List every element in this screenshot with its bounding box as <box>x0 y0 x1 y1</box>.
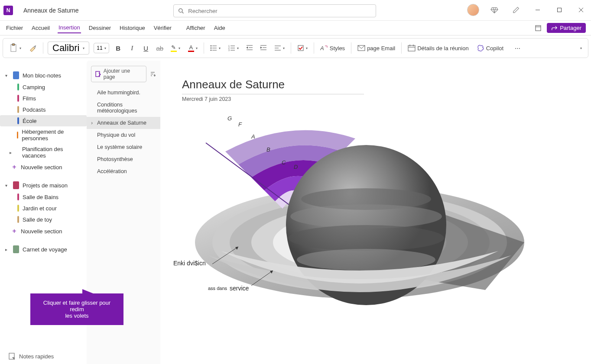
bullet-list-button[interactable]: ▾ <box>208 44 222 52</box>
notebook-item[interactable]: ▸Carnet de voyage <box>0 243 87 255</box>
styles-label: Styles <box>330 45 345 52</box>
page-list-item[interactable]: Le système solaire <box>87 141 160 153</box>
strikethrough-button[interactable]: ab <box>155 45 165 52</box>
font-family-select[interactable]: Calibri ▾ <box>48 42 89 55</box>
add-page-button[interactable]: Ajouter une page <box>91 66 146 82</box>
section-item[interactable]: École <box>0 115 87 126</box>
premium-icon[interactable] <box>488 3 501 16</box>
page-list-item[interactable]: Accélération <box>87 165 160 177</box>
svg-point-0 <box>179 9 182 12</box>
window-close[interactable] <box>575 3 588 16</box>
page-title[interactable]: Anneaux de Saturne <box>182 78 569 91</box>
outdent-button[interactable] <box>245 45 254 52</box>
sidebar-item-label: Salle de toy <box>23 216 52 223</box>
menu-history[interactable]: Historique <box>119 23 146 33</box>
sidebar-item-label: Mon bloc-notes <box>23 72 61 79</box>
page-list-item[interactable]: Anneaux de Saturne <box>87 117 160 129</box>
menu-help[interactable]: Aide <box>213 23 226 33</box>
svg-point-14 <box>211 50 211 51</box>
copilot-button[interactable]: Copilot <box>475 43 505 53</box>
svg-point-10 <box>211 45 211 46</box>
share-button[interactable]: Partager <box>547 23 586 33</box>
chevron-down-icon: ▾ <box>83 46 84 50</box>
section-item[interactable]: Hébergement de personnes <box>0 126 87 144</box>
coming-soon-icon[interactable] <box>510 3 523 16</box>
search-box[interactable] <box>173 4 376 17</box>
search-input[interactable] <box>188 8 371 14</box>
section-item[interactable]: Films <box>0 93 87 104</box>
sidebar-item-label: École <box>23 118 37 124</box>
quick-notes-button[interactable]: Notes rapides <box>9 353 54 360</box>
menu-draw[interactable]: Dessiner <box>88 23 112 33</box>
font-size-select[interactable]: 11 ▾ <box>94 43 109 53</box>
meeting-details-button[interactable]: Détails de la réunion <box>406 44 471 52</box>
ring-label-G: G <box>227 115 232 122</box>
sort-icon[interactable] <box>150 71 156 77</box>
menu-insert[interactable]: Insertion <box>58 23 81 33</box>
section-item[interactable]: Camping <box>0 81 87 93</box>
ring-label-D: D <box>294 164 298 170</box>
user-avatar[interactable] <box>467 4 479 16</box>
ring-label-F: F <box>238 121 242 128</box>
window-maximize[interactable] <box>553 3 566 16</box>
saturn-illustration: G F A B C D Enki dvi$icn ass dans servic… <box>182 113 529 329</box>
svg-rect-9 <box>12 44 15 45</box>
indent-button[interactable] <box>259 45 268 52</box>
svg-point-56 <box>288 225 444 251</box>
add-page-label: Ajouter une page <box>104 68 143 80</box>
italic-button[interactable]: I <box>127 45 137 52</box>
section-item[interactable]: ▸Planification des vacances <box>0 144 87 161</box>
chevron-down-icon: ▾ <box>19 46 21 50</box>
add-section-button[interactable]: +Nouvelle section <box>0 161 87 173</box>
copilot-label: Copilot <box>486 45 503 52</box>
ribbon-toolbar: ▾ Calibri ▾ 11 ▾ B I U ab ✎▾ A▾ ▾ 123▾ ▾… <box>3 38 588 58</box>
quick-notes-label: Notes rapides <box>19 353 54 360</box>
sidebar-item-label: Carnet de voyage <box>23 246 67 253</box>
page-list-item[interactable]: Photosynthèse <box>87 153 160 165</box>
paste-button[interactable]: ▾ <box>7 42 23 54</box>
format-painter-button[interactable] <box>27 43 39 53</box>
underline-button[interactable]: U <box>141 45 151 52</box>
svg-rect-34 <box>408 45 415 51</box>
todo-tag-button[interactable]: ▾ <box>296 44 309 52</box>
highlight-button[interactable]: ✎▾ <box>169 43 182 53</box>
menu-review[interactable]: Vérifier <box>153 23 172 33</box>
notebook-item[interactable]: ▾Projets de maison <box>0 179 87 191</box>
note-canvas[interactable]: Anneaux de Saturne Mercredi 7 juin 2023 <box>160 61 591 364</box>
ribbon-more-button[interactable]: ⋯ <box>513 44 522 52</box>
styles-button[interactable]: A Styles <box>318 44 347 52</box>
align-button[interactable]: ▾ <box>273 44 286 52</box>
bold-button[interactable]: B <box>114 45 123 52</box>
ribbon-expand-button[interactable]: ▾ <box>578 45 584 51</box>
tooltip-line1: Cliquer et faire glisser pour redim <box>36 300 118 312</box>
meeting-details-label: Détails de la réunion <box>417 45 469 52</box>
window-minimize[interactable] <box>531 3 544 16</box>
svg-rect-6 <box>536 26 541 31</box>
section-item[interactable]: Salle de Bains <box>0 191 87 203</box>
tooltip-line2: les volets <box>36 312 118 319</box>
sidebar-item-label: Films <box>23 95 36 102</box>
svg-point-57 <box>297 249 435 271</box>
page-list-item[interactable]: Conditions météorologiques <box>87 99 160 117</box>
menu-home[interactable]: Accueil <box>31 23 51 33</box>
add-section-button[interactable]: +Nouvelle section <box>0 225 87 237</box>
svg-text:3: 3 <box>228 49 230 51</box>
section-item[interactable]: Jardin et cour <box>0 203 87 214</box>
number-list-button[interactable]: 123▾ <box>227 44 240 52</box>
menu-file[interactable]: Fichier <box>5 23 24 33</box>
section-item[interactable]: Salle de toy <box>0 214 87 225</box>
notebook-item[interactable]: ▾Mon bloc-notes <box>0 69 87 81</box>
tab-actions-icon[interactable] <box>535 25 542 32</box>
title-underline <box>182 94 364 94</box>
menu-view[interactable]: Afficher <box>185 23 206 33</box>
sidebar-item-label: Salle de Bains <box>23 194 58 200</box>
sidebar-item-label: Jardin et cour <box>23 205 57 212</box>
page-list-item[interactable]: Aile hummingbird. <box>87 87 160 99</box>
section-item[interactable]: Podcasts <box>0 104 87 115</box>
font-color-button[interactable]: A▾ <box>186 43 199 53</box>
annotation-2a: ass dans <box>208 286 227 291</box>
page-date: Mercredi 7 juin 2023 <box>182 96 569 102</box>
window-title: Anneaux de Saturne <box>23 7 79 14</box>
email-page-button[interactable]: page Email <box>356 44 397 52</box>
page-list-item[interactable]: Physique du vol <box>87 129 160 141</box>
